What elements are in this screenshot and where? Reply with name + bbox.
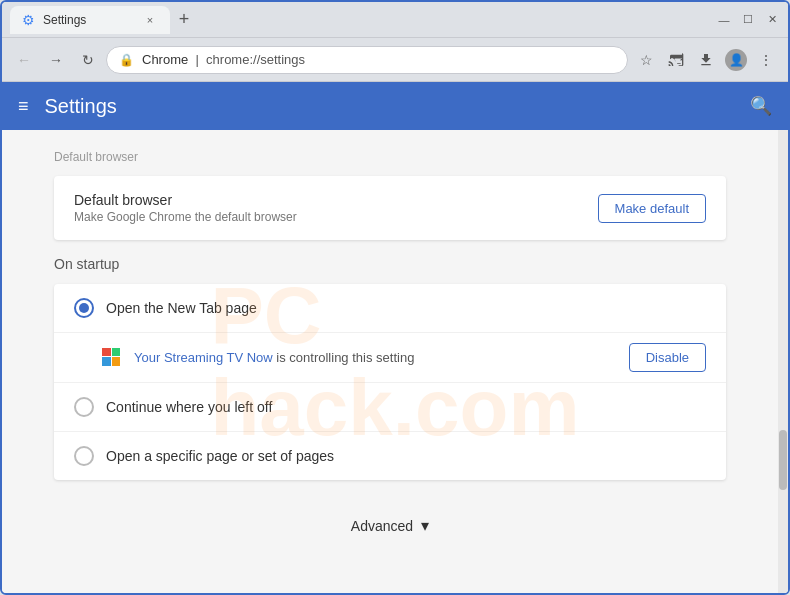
- on-startup-card: Open the New Tab page Your Streaming TV …: [54, 284, 726, 480]
- app-header: ≡ Settings 🔍: [2, 82, 788, 130]
- radio-continue[interactable]: [74, 397, 94, 417]
- tab-title: Settings: [43, 13, 86, 27]
- radio-specific[interactable]: [74, 446, 94, 466]
- app-title: Settings: [45, 95, 750, 118]
- restore-button[interactable]: ☐: [740, 12, 756, 28]
- download-icon[interactable]: [692, 46, 720, 74]
- on-startup-heading: On startup: [54, 256, 726, 272]
- hamburger-icon[interactable]: ≡: [18, 96, 29, 117]
- window-controls: — ☐ ✕: [716, 12, 780, 28]
- scrollbar-thumb[interactable]: [779, 430, 787, 490]
- url-domain: Chrome: [142, 52, 188, 67]
- close-button[interactable]: ✕: [764, 12, 780, 28]
- radio-specific-label: Open a specific page or set of pages: [106, 448, 706, 464]
- title-bar: ⚙ Settings × + — ☐ ✕: [2, 2, 788, 38]
- default-browser-card: Default browser Make Google Chrome the d…: [54, 176, 726, 240]
- default-browser-subtitle: Make Google Chrome the default browser: [74, 210, 598, 224]
- back-button[interactable]: ←: [10, 46, 38, 74]
- scrollbar-track[interactable]: [778, 130, 788, 593]
- default-browser-heading-partial: Default browser: [54, 146, 726, 168]
- title-bar-left: ⚙ Settings × +: [10, 6, 712, 34]
- extension-icon: [102, 348, 122, 368]
- secure-icon: 🔒: [119, 53, 134, 67]
- tab-favicon: ⚙: [22, 12, 35, 28]
- radio-new-tab-label: Open the New Tab page: [106, 300, 706, 316]
- extension-notice-row: Your Streaming TV Now is controlling thi…: [54, 333, 726, 383]
- menu-icon[interactable]: ⋮: [752, 46, 780, 74]
- content-area: Default browser Default browser Make Goo…: [2, 130, 788, 593]
- advanced-label: Advanced: [351, 518, 413, 534]
- extension-notice-text: Your Streaming TV Now is controlling thi…: [134, 350, 617, 365]
- startup-option-specific[interactable]: Open a specific page or set of pages: [54, 432, 726, 480]
- url-bar[interactable]: 🔒 Chrome | chrome://settings: [106, 46, 628, 74]
- radio-continue-label: Continue where you left off: [106, 399, 706, 415]
- forward-button[interactable]: →: [42, 46, 70, 74]
- default-browser-text: Default browser Make Google Chrome the d…: [74, 192, 598, 224]
- settings-content: Default browser Default browser Make Goo…: [30, 130, 750, 571]
- startup-option-new-tab[interactable]: Open the New Tab page: [54, 284, 726, 333]
- cast-icon: [662, 46, 690, 74]
- main-content: Default browser Default browser Make Goo…: [2, 130, 778, 593]
- toolbar-right: ☆ 👤 ⋮: [632, 46, 780, 74]
- url-path: chrome://settings: [206, 52, 305, 67]
- minimize-button[interactable]: —: [716, 12, 732, 28]
- make-default-button[interactable]: Make default: [598, 194, 706, 223]
- advanced-section[interactable]: Advanced ▾: [54, 496, 726, 555]
- startup-option-continue[interactable]: Continue where you left off: [54, 383, 726, 432]
- tab-close-button[interactable]: ×: [142, 12, 158, 28]
- browser-tab[interactable]: ⚙ Settings ×: [10, 6, 170, 34]
- address-bar: ← → ↻ 🔒 Chrome | chrome://settings ☆ 👤 ⋮: [2, 38, 788, 82]
- avatar: 👤: [725, 49, 747, 71]
- url-text: Chrome | chrome://settings: [142, 52, 305, 67]
- default-browser-row: Default browser Make Google Chrome the d…: [54, 176, 726, 240]
- browser-window: ⚙ Settings × + — ☐ ✕ ← → ↻ 🔒 Chrome | ch…: [0, 0, 790, 595]
- profile-icon[interactable]: 👤: [722, 46, 750, 74]
- radio-new-tab[interactable]: [74, 298, 94, 318]
- default-browser-title: Default browser: [74, 192, 598, 208]
- reload-button[interactable]: ↻: [74, 46, 102, 74]
- extension-link[interactable]: Your Streaming TV Now: [134, 350, 273, 365]
- extension-notice-suffix: is controlling this setting: [273, 350, 415, 365]
- chevron-down-icon: ▾: [421, 516, 429, 535]
- bookmark-icon[interactable]: ☆: [632, 46, 660, 74]
- extension-icon-grid: [102, 348, 120, 366]
- search-icon[interactable]: 🔍: [750, 95, 772, 117]
- disable-extension-button[interactable]: Disable: [629, 343, 706, 372]
- new-tab-button[interactable]: +: [170, 6, 198, 34]
